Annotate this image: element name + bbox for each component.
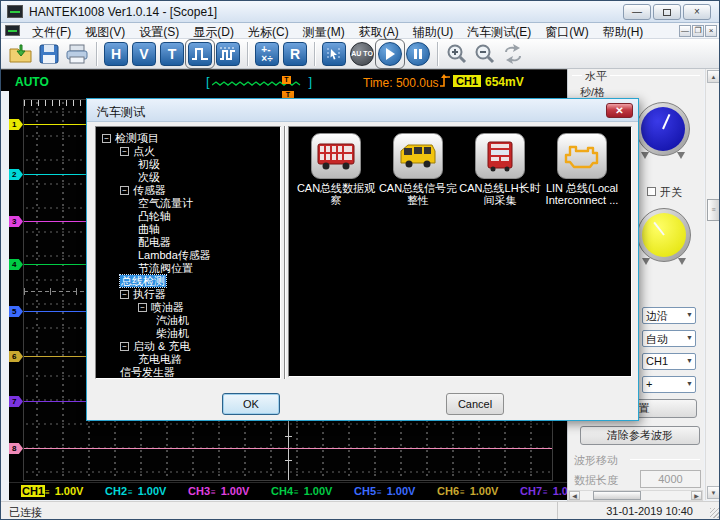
resize-grip[interactable] (710, 508, 720, 518)
tree-item-10[interactable]: Lambda传感器 (96, 248, 280, 261)
channel-marker-8[interactable]: 8 (9, 443, 23, 454)
vertical-knob[interactable] (637, 208, 691, 262)
channel-chip-ch2[interactable]: CH2≡1.00V (104, 485, 166, 499)
data-length-input[interactable]: 4000 (640, 470, 701, 488)
waveform-preview[interactable]: [ ] T (212, 76, 306, 89)
menu-item-11[interactable]: 帮助(H) (596, 23, 651, 39)
trigger-combo-1[interactable]: 边沿▼ (642, 307, 696, 324)
test-item-3[interactable]: CAN总线LH长时间采集 (459, 133, 541, 206)
autoset-button[interactable]: AU TO (349, 41, 375, 67)
single-waveform-button[interactable] (187, 41, 213, 67)
tree-item-17[interactable]: −启动 & 充电 (96, 339, 280, 352)
mdi-restore-button[interactable]: ❐ (692, 25, 704, 37)
vertical-scroll-thumb[interactable]: ≡ (707, 199, 720, 221)
scroll-up-icon[interactable]: ▲ (707, 70, 720, 83)
tree-item-2[interactable]: −点火 (96, 144, 280, 157)
channel-chip-ch3[interactable]: CH3≡1.00V (187, 485, 249, 499)
collapse-icon[interactable]: − (120, 290, 129, 299)
math-button[interactable]: +-×÷ (254, 41, 280, 67)
tree-item-12[interactable]: 总线检测 (96, 274, 280, 287)
close-button[interactable]: × (683, 4, 711, 20)
tree-item-5[interactable]: −传感器 (96, 183, 280, 196)
cancel-button[interactable]: Cancel (446, 393, 504, 415)
channel-chip-ch6[interactable]: CH6≡1.00V (436, 485, 498, 499)
horizontal-button[interactable]: H (103, 41, 129, 67)
channel-marker-4[interactable]: 4 (9, 259, 23, 270)
horizontal-knob[interactable] (636, 102, 690, 156)
preview-trigger-marker[interactable]: T (282, 76, 291, 84)
tree-item-13[interactable]: −执行器 (96, 287, 280, 300)
tree-item-3[interactable]: 初级 (96, 157, 280, 170)
ok-button[interactable]: OK (222, 393, 280, 415)
vertical-scrollbar[interactable]: ▲ ≡ ▼ (705, 69, 720, 500)
channel-marker-2[interactable]: 2 (9, 169, 23, 180)
multi-waveform-button[interactable] (215, 41, 241, 67)
tree-item-7[interactable]: 凸轮轴 (96, 209, 280, 222)
trigger-combo-3[interactable]: CH1▼ (642, 353, 696, 370)
channel-marker-3[interactable]: 3 (9, 216, 23, 227)
refresh-button[interactable] (500, 41, 526, 67)
reference-button[interactable]: R (282, 41, 308, 67)
trigger-combo-2[interactable]: 自动▼ (642, 330, 696, 347)
dialog-title-bar[interactable]: 汽车测试 ✕ (87, 99, 638, 122)
zoom-in-button[interactable] (444, 41, 470, 67)
clear-reference-button[interactable]: 清除参考波形 (580, 426, 700, 445)
horizontal-scroll-thumb[interactable] (593, 491, 641, 500)
pause-button[interactable] (405, 41, 431, 67)
tree-item-4[interactable]: 次级 (96, 170, 280, 183)
trigger-button[interactable]: T (159, 41, 185, 67)
trigger-combo-4[interactable]: +▼ (642, 376, 696, 393)
channel-chip-ch4[interactable]: CH4≡1.00V (270, 485, 332, 499)
zoom-out-button[interactable] (472, 41, 498, 67)
tree-item-11[interactable]: 节流阀位置 (96, 261, 280, 274)
cursor-button[interactable] (321, 41, 347, 67)
collapse-icon[interactable]: − (120, 342, 129, 351)
menu-item-2[interactable]: 视图(V) (78, 23, 132, 39)
vertical-button[interactable]: V (131, 41, 157, 67)
menu-item-10[interactable]: 窗口(W) (538, 23, 595, 39)
tree-item-6[interactable]: 空气流量计 (96, 196, 280, 209)
test-item-1[interactable]: CAN总线数据观察 (295, 133, 377, 206)
menu-item-8[interactable]: 辅助(U) (406, 23, 461, 39)
menu-item-7[interactable]: 获取(A) (352, 23, 406, 39)
collapse-icon[interactable]: − (138, 303, 147, 312)
tree-item-18[interactable]: 充电电路 (96, 352, 280, 365)
menu-item-1[interactable]: 文件(F) (25, 23, 78, 39)
scroll-down-icon[interactable]: ▼ (707, 486, 720, 499)
channel-chip-ch1[interactable]: CH1≡1.00V (21, 485, 83, 499)
channel-marker-1[interactable]: 1 (9, 119, 23, 130)
menu-item-4[interactable]: 显示(D) (186, 23, 241, 39)
collapse-icon[interactable]: − (102, 134, 111, 143)
print-button[interactable] (64, 41, 90, 67)
test-item-4[interactable]: LIN 总线(Local Interconnect ... (541, 133, 623, 206)
channel-marker-5[interactable]: 5 (9, 306, 23, 317)
minimize-button[interactable]: — (623, 4, 651, 20)
tree-item-9[interactable]: 配电器 (96, 235, 280, 248)
channel-marker-7[interactable]: 7 (9, 396, 23, 407)
channel-chip-ch5[interactable]: CH5≡1.00V (353, 485, 415, 499)
horizontal-scrollbar[interactable]: ◀ ▶ (568, 490, 703, 501)
menu-item-9[interactable]: 汽车测试(E) (460, 23, 538, 39)
channel-marker-6[interactable]: 6 (9, 351, 23, 362)
open-button[interactable] (8, 41, 34, 67)
tree-item-8[interactable]: 曲轴 (96, 222, 280, 235)
channel-chip-ch7[interactable]: CH7≡1.00V (519, 485, 567, 499)
start-button[interactable] (377, 41, 403, 67)
collapse-icon[interactable]: − (120, 186, 129, 195)
tree-item-15[interactable]: 汽油机 (96, 313, 280, 326)
save-button[interactable] (36, 41, 62, 67)
collapse-icon[interactable]: − (120, 147, 129, 156)
scroll-left-icon[interactable]: ◀ (569, 491, 580, 500)
switch-checkbox[interactable] (647, 187, 656, 196)
scroll-right-icon[interactable]: ▶ (691, 491, 702, 500)
tree-item-19[interactable]: 信号发生器 (96, 365, 280, 378)
mdi-close-button[interactable]: × (705, 25, 717, 37)
menu-item-3[interactable]: 设置(S) (132, 23, 186, 39)
mdi-minimize-button[interactable]: — (679, 25, 691, 37)
menu-item-6[interactable]: 测量(M) (296, 23, 352, 39)
tree-item-16[interactable]: 柴油机 (96, 326, 280, 339)
dialog-close-button[interactable]: ✕ (606, 103, 633, 118)
tree-item-1[interactable]: −检测项目 (96, 131, 280, 144)
menu-item-5[interactable]: 光标(C) (241, 23, 296, 39)
tree-item-14[interactable]: −喷油器 (96, 300, 280, 313)
